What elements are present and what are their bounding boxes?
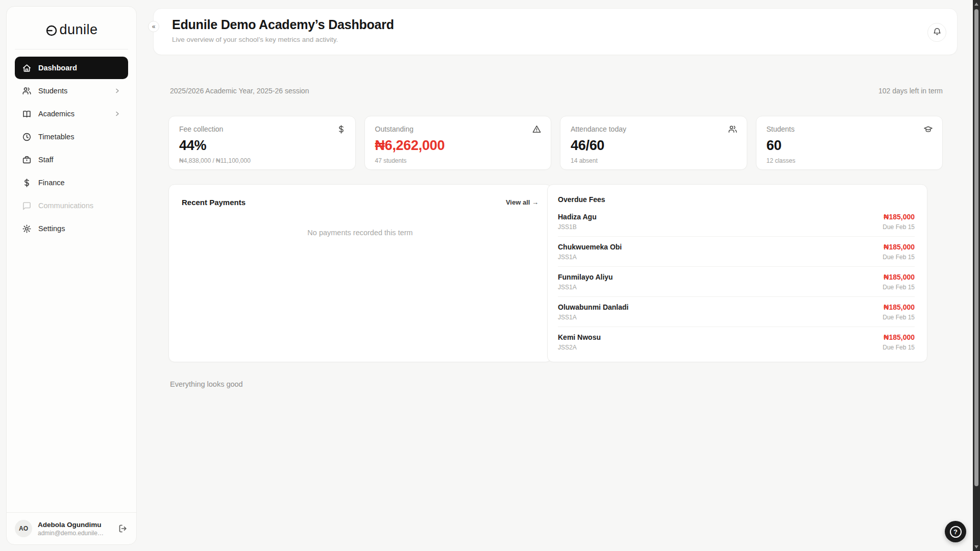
overdue-fee-row[interactable]: Hadiza Agu JSS1B ₦185,000 Due Feb 15 <box>558 207 915 237</box>
graduation-cap-icon <box>923 124 933 134</box>
overdue-fee-row[interactable]: Kemi Nwosu JSS2A ₦185,000 Due Feb 15 <box>558 327 915 357</box>
brand-wordmark: dunile <box>59 22 97 38</box>
academic-session-label: 2025/2026 Academic Year, 2025-26 session <box>170 87 309 95</box>
users-icon <box>728 124 738 134</box>
page-header: « Edunile Demo Academy’s Dashboard Live … <box>153 8 958 55</box>
stat-label: Students <box>767 125 933 133</box>
profile-email: admin@demo.edunile… <box>38 530 112 537</box>
stat-label: Fee collection <box>179 125 345 133</box>
fee-due-date: Due Feb 15 <box>883 344 915 351</box>
dollar-icon <box>336 124 346 134</box>
fee-amount: ₦185,000 <box>883 213 915 221</box>
stat-subtext: 47 students <box>375 157 541 164</box>
stat-card-attendance: Attendance today 46/60 14 absent <box>560 116 747 170</box>
avatar: AO <box>15 520 32 537</box>
stat-subtext: 12 classes <box>767 157 933 164</box>
sidebar-item-communications[interactable]: Communications <box>15 194 128 217</box>
scrollbar-thumb[interactable] <box>974 9 978 486</box>
stat-value: 44% <box>179 138 345 154</box>
sidebar-collapse-button[interactable]: « <box>148 21 159 32</box>
stat-label: Attendance today <box>571 125 737 133</box>
days-left-label: 102 days left in term <box>878 87 943 95</box>
status-message: Everything looks good <box>170 380 243 388</box>
fee-amount: ₦185,000 <box>883 243 915 251</box>
fee-due-date: Due Feb 15 <box>883 314 915 321</box>
page-subtitle: Live overview of your school’s key metri… <box>172 36 946 43</box>
stat-value: 60 <box>767 138 933 154</box>
sidebar: dunile Dashboard Students Academics <box>6 6 137 545</box>
recent-payments-title: Recent Payments <box>182 198 246 207</box>
sidebar-item-timetables[interactable]: Timetables <box>15 126 128 148</box>
scroll-down-arrow-icon[interactable] <box>974 545 978 548</box>
sidebar-nav: Dashboard Students Academics Timetabl <box>7 49 136 512</box>
overdue-fees-panel: Overdue Fees Hadiza Agu JSS1B ₦185,000 D… <box>547 184 927 362</box>
recent-payments-panel: Recent Payments View all → No payments r… <box>168 184 552 362</box>
overdue-fee-row[interactable]: Oluwabunmi Danladi JSS1A ₦185,000 Due Fe… <box>558 297 915 327</box>
view-all-link[interactable]: View all → <box>506 198 538 206</box>
stat-value: 46/60 <box>571 138 737 154</box>
message-square-icon <box>22 201 32 211</box>
student-class: JSS1B <box>558 223 597 231</box>
overdue-fees-title: Overdue Fees <box>558 195 915 204</box>
empty-state-message: No payments recorded this term <box>182 229 538 237</box>
term-info-row: 2025/2026 Academic Year, 2025-26 session… <box>170 87 943 95</box>
overdue-fee-row[interactable]: Funmilayo Aliyu JSS1A ₦185,000 Due Feb 1… <box>558 267 915 297</box>
stat-card-outstanding: Outstanding ₦6,262,000 47 students <box>364 116 552 170</box>
gear-icon <box>22 224 32 234</box>
sidebar-item-settings[interactable]: Settings <box>15 217 128 240</box>
fee-amount: ₦185,000 <box>883 273 915 281</box>
clock-icon <box>22 132 32 142</box>
stat-subtext: ₦4,838,000 / ₦11,100,000 <box>179 157 345 164</box>
sidebar-item-finance[interactable]: Finance <box>15 171 128 194</box>
fee-due-date: Due Feb 15 <box>883 284 915 291</box>
vertical-scrollbar[interactable] <box>973 0 980 551</box>
student-name: Kemi Nwosu <box>558 333 601 341</box>
student-name: Hadiza Agu <box>558 213 597 221</box>
bell-icon <box>933 27 942 38</box>
overdue-fee-row[interactable]: Chukwuemeka Obi JSS1A ₦185,000 Due Feb 1… <box>558 237 915 267</box>
scroll-up-arrow-icon[interactable] <box>974 3 978 6</box>
student-name: Oluwabunmi Danladi <box>558 303 628 311</box>
student-class: JSS1A <box>558 254 622 261</box>
page-title: Edunile Demo Academy’s Dashboard <box>172 17 946 32</box>
chevron-right-icon <box>114 110 121 117</box>
help-button[interactable]: ? <box>945 521 966 542</box>
home-icon <box>22 63 32 73</box>
brand-logo-e-icon <box>45 23 58 37</box>
fee-due-date: Due Feb 15 <box>883 254 915 261</box>
sidebar-item-academics[interactable]: Academics <box>15 103 128 125</box>
alert-triangle-icon <box>532 124 542 134</box>
sidebar-item-dashboard[interactable]: Dashboard <box>15 57 128 79</box>
stats-grid: Fee collection 44% ₦4,838,000 / ₦11,100,… <box>168 116 943 170</box>
fee-amount: ₦185,000 <box>883 333 915 341</box>
dollar-icon <box>22 178 32 188</box>
sidebar-item-students[interactable]: Students <box>15 80 128 102</box>
profile-name: Adebola Ogundimu <box>38 521 112 529</box>
stat-card-students: Students 60 12 classes <box>756 116 943 170</box>
main-content: « Edunile Demo Academy’s Dashboard Live … <box>153 0 958 551</box>
sidebar-item-staff[interactable]: Staff <box>15 148 128 171</box>
briefcase-icon <box>22 155 32 165</box>
student-name: Chukwuemeka Obi <box>558 243 622 251</box>
question-mark-icon: ? <box>950 526 962 538</box>
stat-card-fee-collection: Fee collection 44% ₦4,838,000 / ₦11,100,… <box>168 116 356 170</box>
stat-value: ₦6,262,000 <box>375 138 541 154</box>
student-class: JSS1A <box>558 284 613 291</box>
logout-icon[interactable] <box>118 523 128 534</box>
stat-subtext: 14 absent <box>571 157 737 164</box>
student-name: Funmilayo Aliyu <box>558 273 613 281</box>
users-icon <box>22 86 32 96</box>
fee-due-date: Due Feb 15 <box>883 223 915 231</box>
fee-amount: ₦185,000 <box>883 303 915 311</box>
notifications-button[interactable] <box>927 23 946 42</box>
book-open-icon <box>22 109 32 119</box>
stat-label: Outstanding <box>375 125 541 133</box>
student-class: JSS1A <box>558 314 628 321</box>
user-profile[interactable]: AO Adebola Ogundimu admin@demo.edunile… <box>7 512 136 544</box>
brand-logo: dunile <box>7 7 136 49</box>
student-class: JSS2A <box>558 344 601 351</box>
chevron-right-icon <box>114 87 121 94</box>
